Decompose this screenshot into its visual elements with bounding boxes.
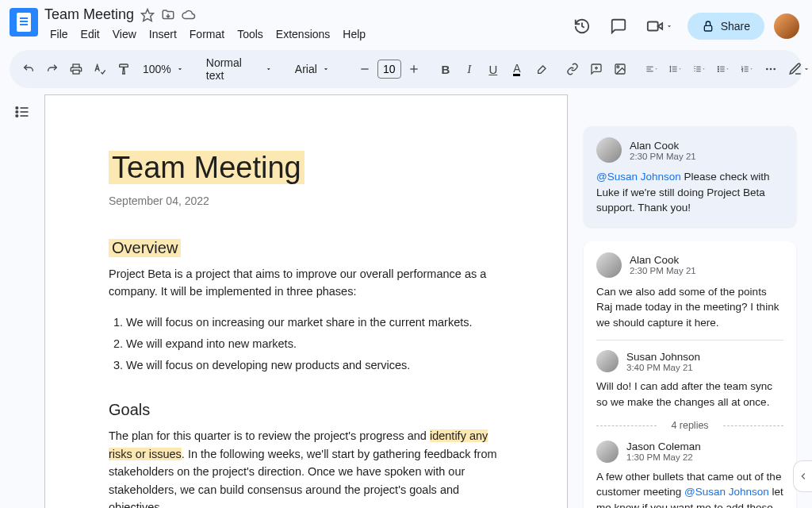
menu-insert[interactable]: Insert — [144, 25, 182, 44]
reply-body: Will do! I can add after the team sync s… — [596, 379, 783, 410]
docs-logo[interactable] — [10, 8, 38, 37]
comment-card[interactable]: Alan Cook 2:30 PM May 21 @Susan Johnson … — [584, 126, 796, 227]
spellcheck-button[interactable] — [89, 58, 111, 80]
align-button[interactable] — [641, 58, 663, 80]
commenter-name: Alan Cook — [630, 140, 696, 152]
account-avatar[interactable] — [774, 13, 799, 39]
font-size-input[interactable] — [377, 60, 401, 79]
commenter-name: Susan Johnson — [626, 351, 700, 363]
svg-point-15 — [718, 67, 718, 67]
commenter-avatar — [596, 441, 619, 463]
overview-body: Project Beta is a project that aims to i… — [109, 265, 504, 301]
share-label: Share — [721, 20, 750, 33]
checklist-button[interactable] — [688, 58, 710, 80]
commenter-avatar — [596, 350, 619, 372]
highlight-button[interactable] — [530, 58, 552, 80]
star-icon[interactable] — [140, 8, 155, 22]
comment-time: 2:30 PM May 21 — [630, 266, 696, 275]
numbered-list-button[interactable] — [736, 58, 758, 80]
comment-time: 2:30 PM May 21 — [630, 152, 696, 161]
document-page[interactable]: Team Meeting September 04, 2022 Overview… — [44, 94, 568, 508]
doc-date: September 04, 2022 — [109, 194, 504, 207]
overview-heading: Overview — [109, 239, 181, 257]
bold-button[interactable]: B — [435, 58, 457, 80]
comment-body: Can we also add some of the points Raj m… — [596, 284, 783, 331]
mention: @Susan Johnson — [684, 486, 769, 498]
menu-edit[interactable]: Edit — [75, 25, 105, 44]
svg-point-29 — [16, 115, 18, 117]
commenter-name: Alan Cook — [630, 254, 696, 266]
doc-title-heading: Team Meeting — [109, 151, 304, 184]
commenter-avatar — [596, 252, 622, 278]
meet-icon[interactable] — [642, 13, 678, 40]
toolbar: 100% Normal text Arial B I U A — [10, 50, 802, 88]
italic-button[interactable]: I — [458, 58, 481, 80]
move-icon[interactable] — [161, 8, 175, 22]
menu-help[interactable]: Help — [337, 25, 371, 44]
goals-heading: Goals — [109, 401, 504, 419]
list-item: We will focus on increasing our market s… — [126, 312, 504, 333]
line-spacing-button[interactable] — [665, 58, 687, 80]
document-title[interactable]: Team Meeting — [44, 6, 134, 23]
list-item: We will expand into new markets. — [126, 333, 504, 355]
menu-view[interactable]: View — [107, 25, 142, 44]
reply-body: A few other bullets that came out of the… — [596, 469, 783, 509]
style-select[interactable]: Normal text — [200, 53, 279, 85]
svg-point-27 — [16, 107, 18, 110]
font-select[interactable]: Arial — [289, 60, 344, 79]
comment-time: 1:30 PM May 22 — [626, 452, 701, 462]
editing-mode-button[interactable] — [783, 58, 812, 80]
cloud-status-icon[interactable] — [182, 8, 196, 22]
increase-font-button[interactable] — [403, 58, 425, 80]
svg-rect-4 — [73, 70, 79, 74]
menu-format[interactable]: Format — [184, 25, 230, 44]
comment-time: 3:40 PM May 21 — [626, 363, 700, 372]
goals-p1: The plan for this quarter is to review t… — [109, 427, 504, 508]
bulleted-list-button[interactable] — [712, 58, 734, 80]
outline-icon[interactable] — [10, 101, 35, 123]
svg-point-25 — [769, 68, 772, 71]
menu-file[interactable]: File — [44, 25, 74, 44]
svg-rect-3 — [73, 64, 79, 67]
comments-icon[interactable] — [605, 13, 632, 40]
mention: @Susan Johnson — [596, 171, 681, 183]
history-icon[interactable] — [569, 13, 596, 40]
link-button[interactable] — [561, 58, 584, 80]
menubar: File Edit View Insert Format Tools Exten… — [44, 25, 371, 44]
replies-separator[interactable]: 4 replies — [596, 420, 783, 431]
print-button[interactable] — [65, 58, 87, 80]
menu-extensions[interactable]: Extensions — [270, 25, 335, 44]
side-panel-toggle[interactable] — [793, 460, 812, 492]
underline-button[interactable]: U — [482, 58, 504, 80]
list-item: We will focus on developing new products… — [126, 355, 504, 376]
svg-point-26 — [773, 68, 776, 71]
insert-image-button[interactable] — [609, 58, 631, 80]
decrease-font-button[interactable] — [354, 58, 376, 80]
svg-point-16 — [718, 68, 718, 69]
add-comment-button[interactable] — [585, 58, 607, 80]
comment-card[interactable]: Alan Cook 2:30 PM May 21 Can we also add… — [584, 241, 796, 508]
comment-body: @Susan Johnson Please check with Luke if… — [596, 169, 783, 216]
lock-icon — [702, 20, 714, 33]
svg-point-17 — [718, 71, 718, 71]
commenter-avatar — [596, 137, 622, 163]
menu-tools[interactable]: Tools — [232, 25, 269, 44]
svg-point-28 — [16, 111, 18, 114]
more-button[interactable] — [760, 58, 782, 80]
text-color-button[interactable]: A — [506, 58, 528, 80]
svg-point-24 — [766, 68, 768, 71]
svg-point-11 — [617, 66, 619, 68]
comments-panel: Alan Cook 2:30 PM May 21 @Susan Johnson … — [568, 94, 812, 508]
share-button[interactable]: Share — [688, 13, 764, 40]
redo-button[interactable] — [41, 58, 63, 80]
svg-rect-1 — [647, 22, 657, 31]
undo-button[interactable] — [17, 58, 40, 80]
zoom-select[interactable]: 100% — [136, 60, 190, 79]
commenter-name: Jason Coleman — [626, 441, 701, 452]
svg-rect-2 — [704, 25, 711, 31]
svg-marker-0 — [142, 9, 154, 21]
phases-list: We will focus on increasing our market s… — [126, 312, 504, 375]
paint-format-button[interactable] — [113, 58, 135, 80]
